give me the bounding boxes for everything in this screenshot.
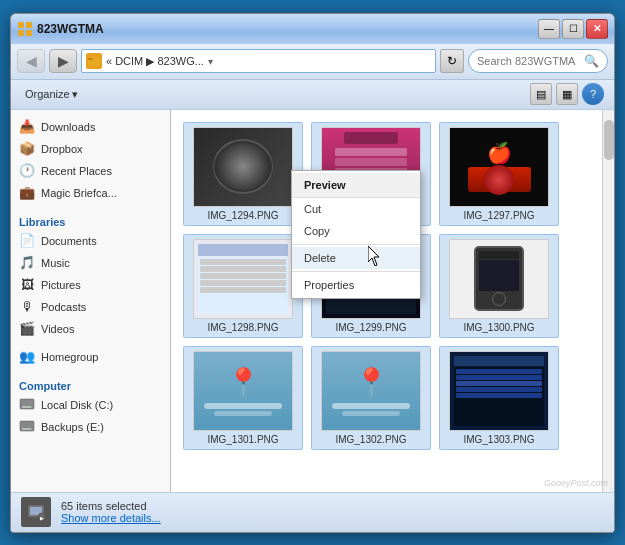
context-menu-cut[interactable]: Cut <box>292 198 420 220</box>
podcasts-icon: 🎙 <box>19 299 35 315</box>
help-button[interactable]: ? <box>582 83 604 105</box>
context-menu: Preview Cut Copy Delete Properties <box>291 170 421 299</box>
svg-point-11 <box>30 428 32 430</box>
status-count: 65 items selected <box>61 500 161 512</box>
file-area[interactable]: IMG_1294.PNG IMG_1296.PNG <box>171 110 614 492</box>
libraries-section-label: Libraries <box>11 210 170 230</box>
back-button[interactable]: ◀ <box>17 49 45 73</box>
file-thumbnail <box>193 127 293 207</box>
sidebar-label-backups: Backups (E:) <box>41 421 104 433</box>
navigation-toolbar: ◀ ▶ « DCIM ▶ 823WG... ▾ ↻ 🔍 <box>11 44 614 80</box>
sidebar-label-videos: Videos <box>41 323 74 335</box>
file-item[interactable]: 🍎 IMG_1297.PNG <box>439 122 559 226</box>
sidebar-item-pictures[interactable]: 🖼 Pictures <box>11 274 170 296</box>
toolbar-right: ▤ ▦ ? <box>530 83 604 105</box>
sidebar-label-recent-places: Recent Places <box>41 165 112 177</box>
file-item[interactable]: IMG_1300.PNG <box>439 234 559 338</box>
address-path: « DCIM ▶ 823WG... <box>106 55 204 68</box>
context-menu-header: Preview <box>292 173 420 198</box>
file-name: IMG_1297.PNG <box>463 210 534 221</box>
sidebar-item-magic-briefcase[interactable]: 💼 Magic Briefca... <box>11 182 170 204</box>
folder-icon <box>86 53 102 69</box>
refresh-button[interactable]: ↻ <box>440 49 464 73</box>
svg-point-8 <box>30 406 32 408</box>
file-name: IMG_1298.PNG <box>207 322 278 333</box>
sidebar-item-local-disk[interactable]: Local Disk (C:) <box>11 394 170 416</box>
magic-briefcase-icon: 💼 <box>19 185 35 201</box>
file-item[interactable]: IMG_1303.PNG <box>439 346 559 450</box>
file-item[interactable]: IMG_1298.PNG <box>183 234 303 338</box>
view-button-1[interactable]: ▤ <box>530 83 552 105</box>
maximize-button[interactable]: ☐ <box>562 19 584 39</box>
sidebar-item-documents[interactable]: 📄 Documents <box>11 230 170 252</box>
file-thumbnail: 📍 <box>321 351 421 431</box>
organize-label: Organize <box>25 88 70 100</box>
sidebar: 📥 Downloads 📦 Dropbox 🕐 Recent Places 💼 … <box>11 110 171 492</box>
file-name: IMG_1301.PNG <box>207 434 278 445</box>
search-input[interactable] <box>477 55 580 67</box>
secondary-toolbar: Organize ▾ ▤ ▦ ? <box>11 80 614 110</box>
sidebar-label-pictures: Pictures <box>41 279 81 291</box>
sidebar-label-dropbox: Dropbox <box>41 143 83 155</box>
address-dropdown-icon[interactable]: ▾ <box>208 56 213 67</box>
file-thumbnail <box>193 239 293 319</box>
sidebar-item-recent-places[interactable]: 🕐 Recent Places <box>11 160 170 182</box>
status-bar: ▶ 65 items selected Show more details... <box>11 492 614 532</box>
status-details-link[interactable]: Show more details... <box>61 512 161 524</box>
file-name: IMG_1303.PNG <box>463 434 534 445</box>
sidebar-item-downloads[interactable]: 📥 Downloads <box>11 116 170 138</box>
scrollbar[interactable] <box>602 110 614 492</box>
svg-rect-5 <box>88 58 93 60</box>
computer-section-label: Computer <box>11 374 170 394</box>
file-thumbnail: 📍 <box>193 351 293 431</box>
sidebar-item-dropbox[interactable]: 📦 Dropbox <box>11 138 170 160</box>
svg-rect-2 <box>18 30 24 36</box>
sidebar-item-homegroup[interactable]: 👥 Homegroup <box>11 346 170 368</box>
sidebar-item-podcasts[interactable]: 🎙 Podcasts <box>11 296 170 318</box>
context-menu-properties[interactable]: Properties <box>292 274 420 296</box>
file-thumbnail <box>449 239 549 319</box>
music-icon: 🎵 <box>19 255 35 271</box>
local-disk-icon <box>19 397 35 413</box>
svg-rect-3 <box>26 30 32 36</box>
file-name: IMG_1300.PNG <box>463 322 534 333</box>
explorer-window: 823WGTMA — ☐ ✕ ◀ ▶ « DCIM ▶ 823WG... ▾ ↻… <box>10 13 615 533</box>
sidebar-label-downloads: Downloads <box>41 121 95 133</box>
sidebar-label-music: Music <box>41 257 70 269</box>
sidebar-label-magic-briefcase: Magic Briefca... <box>41 187 117 199</box>
organize-arrow-icon: ▾ <box>72 88 78 101</box>
sidebar-label-podcasts: Podcasts <box>41 301 86 313</box>
file-item[interactable]: 📍 IMG_1302.PNG <box>311 346 431 450</box>
context-menu-copy[interactable]: Copy <box>292 220 420 242</box>
close-button[interactable]: ✕ <box>586 19 608 39</box>
address-bar[interactable]: « DCIM ▶ 823WG... ▾ <box>81 49 436 73</box>
window-title: 823WGTMA <box>37 22 104 36</box>
context-menu-delete[interactable]: Delete <box>292 247 420 269</box>
organize-button[interactable]: Organize ▾ <box>21 86 82 103</box>
context-menu-separator-2 <box>292 271 420 272</box>
window-icon <box>17 21 33 37</box>
sidebar-item-videos[interactable]: 🎬 Videos <box>11 318 170 340</box>
forward-button[interactable]: ▶ <box>49 49 77 73</box>
videos-icon: 🎬 <box>19 321 35 337</box>
search-bar[interactable]: 🔍 <box>468 49 608 73</box>
sidebar-label-homegroup: Homegroup <box>41 351 98 363</box>
sidebar-label-documents: Documents <box>41 235 97 247</box>
minimize-button[interactable]: — <box>538 19 560 39</box>
file-item[interactable]: 📍 IMG_1301.PNG <box>183 346 303 450</box>
status-text-area: 65 items selected Show more details... <box>61 500 161 524</box>
file-item[interactable]: IMG_1294.PNG <box>183 122 303 226</box>
svg-rect-0 <box>18 22 24 28</box>
title-bar-left: 823WGTMA <box>17 21 104 37</box>
title-bar: 823WGTMA — ☐ ✕ <box>11 14 614 44</box>
backups-icon <box>19 419 35 435</box>
file-thumbnail <box>449 351 549 431</box>
sidebar-item-music[interactable]: 🎵 Music <box>11 252 170 274</box>
context-menu-separator <box>292 244 420 245</box>
status-icon: ▶ <box>21 497 51 527</box>
main-content: 📥 Downloads 📦 Dropbox 🕐 Recent Places 💼 … <box>11 110 614 492</box>
view-button-2[interactable]: ▦ <box>556 83 578 105</box>
svg-rect-1 <box>26 22 32 28</box>
watermark: GooeyPost.com <box>544 478 608 488</box>
sidebar-item-backups[interactable]: Backups (E:) <box>11 416 170 438</box>
